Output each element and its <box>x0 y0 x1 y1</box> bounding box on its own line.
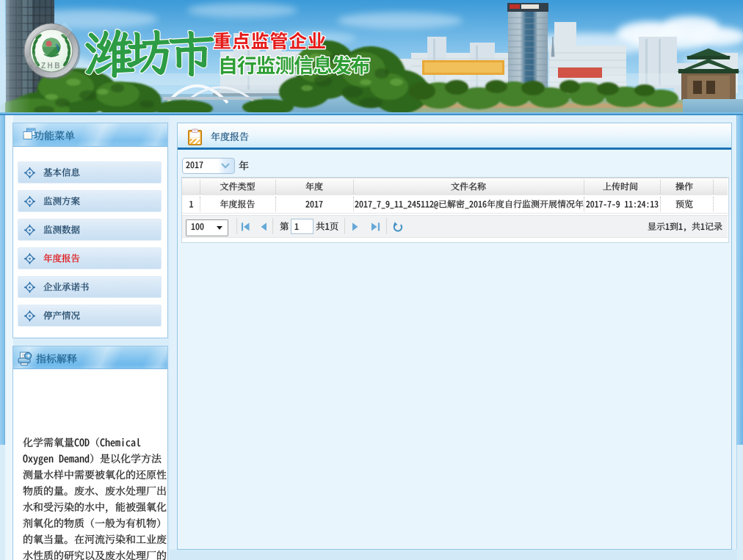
svg-text:ZHB: ZHB <box>41 62 62 70</box>
